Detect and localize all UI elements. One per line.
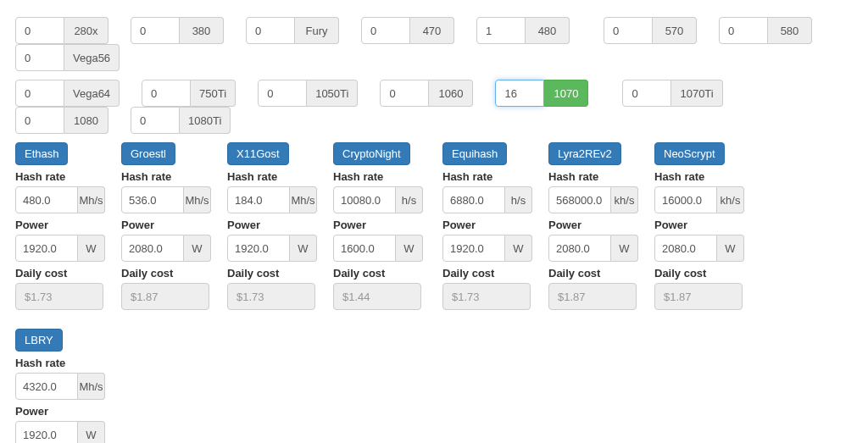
gpu-1070-input[interactable] [495, 80, 544, 107]
power-label: Power [15, 219, 103, 231]
algo-lbry-button[interactable]: LBRY [15, 329, 63, 352]
algo-ethash-hashrate-unit: Mh/s [78, 186, 105, 213]
algo-neoscrypt-hashrate-input[interactable] [654, 186, 717, 213]
algo-lyra2rev2-power-input[interactable] [548, 235, 611, 262]
algo-lyra2rev2-button[interactable]: Lyra2REv2 [548, 142, 621, 165]
power-label: Power [121, 219, 209, 231]
power-unit: W [505, 235, 532, 262]
gpu-480-input[interactable] [476, 17, 526, 44]
gpu-1060-group: 1060 [380, 80, 473, 107]
gpu-580-group: 580 [719, 17, 812, 44]
algo-groestl-hashrate-unit: Mh/s [184, 186, 211, 213]
algo-cryptonight-daily-cost: $1.44 [333, 283, 421, 310]
gpu-1080-group: 1080 [15, 107, 108, 134]
power-unit: W [396, 235, 423, 262]
algo-neoscrypt: NeoScryptHash ratekh/sPowerWDaily cost$1… [654, 142, 743, 310]
gpu-1080-input[interactable] [15, 107, 64, 134]
algo-groestl-power-input[interactable] [121, 235, 184, 262]
daily-cost-label: Daily cost [548, 267, 637, 280]
algo-equihash-daily-cost: $1.73 [442, 283, 531, 310]
power-unit: W [184, 235, 211, 262]
gpu-vega64-label: Vega64 [64, 80, 120, 107]
hash-rate-label: Hash rate [15, 170, 103, 183]
gpu-750ti-group: 750Ti [142, 80, 236, 107]
hash-rate-label: Hash rate [15, 357, 103, 369]
algo-x11gost-hashrate-input[interactable] [227, 186, 290, 213]
gpu-480-label: 480 [526, 17, 570, 44]
daily-cost-label: Daily cost [15, 267, 103, 280]
algo-x11gost-power-input[interactable] [227, 235, 290, 262]
algo-cryptonight: CryptoNightHash rateh/sPowerWDaily cost$… [333, 142, 421, 310]
power-label: Power [654, 219, 743, 231]
gpu-fury-group: Fury [246, 17, 339, 44]
algo-x11gost-button[interactable]: X11Gost [227, 142, 289, 165]
algo-lbry-hashrate-input[interactable] [15, 373, 78, 400]
daily-cost-label: Daily cost [654, 267, 743, 280]
gpu-vega56-input[interactable] [15, 44, 64, 71]
gpu-vega56-label: Vega56 [64, 44, 120, 71]
gpu-280x-input[interactable] [15, 17, 64, 44]
gpu-750ti-label: 750Ti [191, 80, 236, 107]
power-label: Power [333, 219, 421, 231]
algo-lyra2rev2: Lyra2REv2Hash ratekh/sPowerWDaily cost$1… [548, 142, 637, 310]
gpu-480-group: 480 [476, 17, 570, 44]
gpu-470-input[interactable] [361, 17, 410, 44]
hash-rate-label: Hash rate [442, 170, 531, 183]
hash-rate-label: Hash rate [227, 170, 315, 183]
algo-ethash-button[interactable]: Ethash [15, 142, 68, 165]
gpu-fury-label: Fury [295, 17, 339, 44]
power-label: Power [227, 219, 315, 231]
gpu-1070ti-label: 1070Ti [671, 80, 722, 107]
gpu-1050ti-group: 1050Ti [258, 80, 358, 107]
algo-lyra2rev2-daily-cost: $1.87 [548, 283, 637, 310]
gpu-580-input[interactable] [719, 17, 768, 44]
algo-groestl: GroestlHash rateMh/sPowerWDaily cost$1.8… [121, 142, 209, 310]
algo-x11gost-hashrate-unit: Mh/s [290, 186, 317, 213]
algo-groestl-button[interactable]: Groestl [121, 142, 175, 165]
gpu-570-label: 570 [653, 17, 697, 44]
algo-ethash-power-input[interactable] [15, 235, 78, 262]
power-unit: W [611, 235, 638, 262]
gpu-vega64-input[interactable] [15, 80, 64, 107]
algo-lbry-hashrate-unit: Mh/s [78, 373, 105, 400]
algo-lbry-power-input[interactable] [15, 421, 78, 443]
algo-neoscrypt-hashrate-unit: kh/s [717, 186, 744, 213]
algo-ethash: EthashHash rateMh/sPowerWDaily cost$1.73 [15, 142, 103, 310]
algo-groestl-hashrate-input[interactable] [121, 186, 184, 213]
hash-rate-label: Hash rate [121, 170, 209, 183]
algo-ethash-hashrate-input[interactable] [15, 186, 78, 213]
gpu-570-input[interactable] [604, 17, 653, 44]
hash-rate-label: Hash rate [333, 170, 421, 183]
algo-cryptonight-button[interactable]: CryptoNight [333, 142, 410, 165]
algo-neoscrypt-power-input[interactable] [654, 235, 717, 262]
gpu-380-input[interactable] [131, 17, 180, 44]
gpu-750ti-input[interactable] [142, 80, 191, 107]
gpu-1050ti-input[interactable] [258, 80, 307, 107]
gpu-280x-group: 280x [15, 17, 108, 44]
algo-lyra2rev2-hashrate-unit: kh/s [611, 186, 638, 213]
gpu-1080ti-group: 1080Ti [131, 107, 231, 134]
algo-equihash-button[interactable]: Equihash [442, 142, 507, 165]
algo-x11gost-daily-cost: $1.73 [227, 283, 315, 310]
algo-cryptonight-power-input[interactable] [333, 235, 396, 262]
algo-equihash-hashrate-input[interactable] [442, 186, 505, 213]
daily-cost-label: Daily cost [227, 267, 315, 280]
hash-rate-label: Hash rate [548, 170, 637, 183]
gpu-1060-input[interactable] [380, 80, 429, 107]
gpu-1060-label: 1060 [429, 80, 473, 107]
gpu-fury-input[interactable] [246, 17, 295, 44]
gpu-380-group: 380 [131, 17, 224, 44]
algo-equihash-power-input[interactable] [442, 235, 505, 262]
gpu-380-label: 380 [180, 17, 224, 44]
gpu-1070ti-input[interactable] [622, 80, 671, 107]
algo-lyra2rev2-hashrate-input[interactable] [548, 186, 611, 213]
gpu-1080ti-input[interactable] [131, 107, 180, 134]
power-label: Power [442, 219, 531, 231]
gpu-vega56-group: Vega56 [15, 44, 120, 71]
gpu-1080-label: 1080 [64, 107, 108, 134]
algo-neoscrypt-button[interactable]: NeoScrypt [654, 142, 725, 165]
power-unit: W [78, 421, 105, 443]
algo-cryptonight-hashrate-input[interactable] [333, 186, 396, 213]
gpu-470-label: 470 [410, 17, 454, 44]
algo-equihash-hashrate-unit: h/s [505, 186, 532, 213]
